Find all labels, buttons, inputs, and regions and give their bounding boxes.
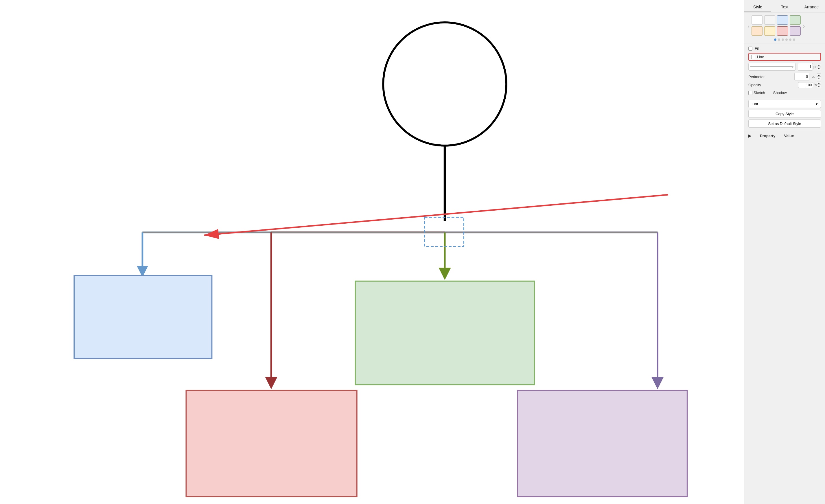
tab-style[interactable]: Style — [744, 2, 771, 12]
line-pt-input[interactable]: 1 — [798, 63, 813, 71]
swatches-row-2 — [752, 26, 801, 35]
line-style-row: ▾ 1 pt ▲ ▼ — [748, 63, 821, 71]
opacity-down[interactable]: ▼ — [817, 85, 821, 88]
edit-dropdown-icon: ▾ — [816, 102, 818, 106]
purple-arrow — [652, 377, 664, 389]
opacity-row: Opacity 100 % ▲ ▼ — [748, 82, 821, 88]
dot-2 — [778, 39, 780, 41]
swatch-light-green[interactable] — [790, 15, 801, 24]
line-pt-spinner[interactable]: ▲ ▼ — [817, 64, 821, 70]
line-style-wrapper: ▾ — [748, 63, 796, 71]
dot-6 — [793, 39, 795, 41]
line-checkbox[interactable] — [751, 55, 755, 59]
perimeter-unit: pt — [812, 75, 815, 79]
edit-dropdown[interactable]: Edit ▾ — [748, 100, 821, 108]
line-pt-up[interactable]: ▲ — [817, 64, 821, 67]
opacity-label: Opacity — [748, 83, 798, 87]
swatch-light-yellow[interactable] — [764, 26, 775, 35]
swatches-section: ‹ › — [744, 12, 825, 44]
green-box — [355, 281, 534, 385]
line-dropdown-arrow: ▾ — [792, 65, 794, 69]
sketch-item: Sketch — [748, 90, 765, 95]
sketch-shadow-row: Sketch Shadow — [748, 90, 821, 95]
diagram-svg — [0, 0, 744, 504]
line-pt-down[interactable]: ▼ — [817, 67, 821, 70]
swatch-light-gray[interactable] — [764, 15, 775, 24]
right-panel: Style Text Arrange ‹ › — [744, 0, 825, 504]
tab-arrange[interactable]: Arrange — [798, 2, 825, 12]
swatch-white[interactable] — [752, 15, 762, 24]
panel-tabs: Style Text Arrange — [744, 0, 825, 12]
sketch-label: Sketch — [754, 90, 765, 95]
sketch-checkbox[interactable] — [748, 91, 752, 95]
circle-node — [383, 22, 507, 146]
fill-section: Fill Line ▾ 1 pt ▲ ▼ — [744, 44, 825, 98]
set-default-button[interactable]: Set as Default Style — [748, 120, 821, 128]
dot-1 — [774, 39, 776, 41]
canvas-area — [0, 0, 744, 504]
purple-box — [518, 390, 687, 497]
pv-header: ▶ Property Value — [748, 134, 821, 138]
dot-indicators — [747, 37, 823, 42]
green-arrow — [439, 268, 451, 280]
property-value-section: ▶ Property Value — [744, 131, 825, 140]
red-box — [186, 390, 357, 497]
perimeter-down[interactable]: ▼ — [817, 77, 821, 80]
left-box — [74, 275, 212, 358]
dot-4 — [785, 39, 788, 41]
line-highlight-box: Line — [748, 53, 821, 61]
perimeter-label: Perimeter — [748, 75, 792, 79]
action-section: Edit ▾ Copy Style Set as Default Style — [744, 98, 825, 131]
perimeter-spinner[interactable]: ▲ ▼ — [817, 73, 821, 80]
fill-row: Fill — [748, 46, 821, 51]
value-header-label: Value — [784, 134, 794, 138]
perimeter-row: Perimeter 0 pt ▲ ▼ — [748, 73, 821, 80]
opacity-up[interactable]: ▲ — [817, 82, 821, 85]
red-arrow — [265, 377, 278, 389]
fill-label: Fill — [755, 46, 760, 51]
tab-text[interactable]: Text — [771, 2, 798, 12]
swatches-row-1 — [752, 15, 801, 24]
swatches-prev-arrow[interactable]: ‹ — [747, 23, 750, 29]
swatch-light-orange[interactable] — [752, 26, 762, 35]
line-row: Line — [748, 53, 821, 61]
swatch-light-blue[interactable] — [777, 15, 788, 24]
perimeter-input[interactable]: 0 — [794, 73, 809, 80]
opacity-unit: % — [814, 83, 817, 87]
edit-label: Edit — [752, 102, 758, 106]
perimeter-up[interactable]: ▲ — [817, 73, 821, 77]
swatches-next-arrow[interactable]: › — [802, 23, 806, 29]
opacity-input[interactable]: 100 — [798, 82, 813, 88]
property-header-label: Property — [760, 134, 775, 138]
swatch-light-purple[interactable] — [790, 26, 801, 35]
line-solid-icon — [750, 67, 792, 67]
shadow-label: Shadow — [773, 90, 787, 95]
swatch-light-red[interactable] — [777, 26, 788, 35]
copy-style-button[interactable]: Copy Style — [748, 110, 821, 118]
dot-3 — [781, 39, 784, 41]
pv-arrow-icon: ▶ — [748, 134, 751, 138]
opacity-spinner[interactable]: ▲ ▼ — [817, 82, 821, 88]
line-label: Line — [757, 55, 764, 59]
dot-5 — [789, 39, 792, 41]
line-style-display[interactable]: ▾ — [748, 63, 796, 71]
fill-checkbox[interactable] — [748, 47, 752, 51]
line-pt-unit: pt — [813, 65, 816, 69]
